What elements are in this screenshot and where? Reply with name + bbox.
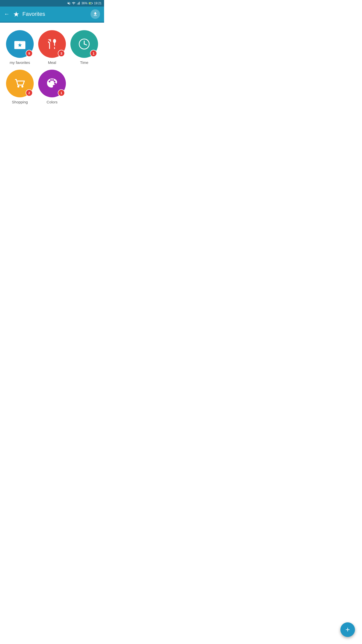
mute-icon — [67, 2, 71, 5]
svg-rect-6 — [89, 3, 91, 4]
time-display: 19:21 — [94, 2, 102, 5]
shopping-label: Shopping — [12, 100, 28, 104]
app-bar-left: ← ★ Favorites — [4, 10, 45, 18]
svg-point-25 — [52, 79, 54, 81]
grid-item-meal[interactable]: 3 Meal — [38, 30, 66, 65]
grid-item-shopping[interactable]: 2 Shopping — [6, 70, 34, 104]
circle-wrapper-shopping: 2 — [6, 70, 34, 97]
svg-rect-0 — [77, 4, 77, 5]
main-content: 9 my favorites — [0, 23, 104, 186]
svg-rect-3 — [79, 2, 80, 5]
folder-star-icon — [13, 37, 26, 51]
circle-wrapper-meal: 3 — [38, 30, 66, 58]
svg-point-22 — [21, 86, 23, 88]
cart-icon — [13, 77, 26, 90]
grid-item-colors[interactable]: 1 Colors — [38, 70, 66, 104]
clock-icon — [78, 37, 91, 51]
meal-badge: 3 — [58, 50, 65, 57]
svg-rect-1 — [78, 3, 78, 5]
svg-point-14 — [53, 39, 56, 43]
signal-icon — [77, 2, 80, 5]
app-bar: ← ★ Favorites — [0, 7, 104, 22]
svg-point-27 — [54, 83, 56, 85]
shopping-badge: 2 — [26, 89, 33, 96]
svg-point-23 — [49, 81, 51, 83]
battery-icon — [89, 2, 93, 5]
status-icons: 36% 19:21 — [67, 2, 102, 5]
page-title: Favorites — [22, 11, 45, 17]
favorites-label: my favorites — [10, 60, 30, 65]
colors-label: Colors — [47, 100, 57, 104]
status-bar: 36% 19:21 — [0, 0, 104, 7]
grid-item-time[interactable]: 1 Time — [70, 30, 98, 65]
svg-rect-5 — [92, 3, 93, 4]
wifi-icon — [72, 2, 75, 5]
palette-icon — [46, 77, 59, 90]
time-badge: 1 — [90, 50, 97, 57]
colors-badge: 1 — [58, 89, 65, 96]
battery-percent: 36% — [81, 2, 87, 5]
app-bar-title-section: ★ Favorites — [13, 10, 45, 18]
fork-spoon-icon — [46, 37, 59, 51]
svg-rect-2 — [78, 3, 79, 5]
svg-point-21 — [17, 86, 19, 88]
favorites-star-icon: ★ — [13, 10, 19, 18]
svg-point-20 — [84, 44, 85, 45]
circle-wrapper-favorites: 9 — [6, 30, 34, 58]
download-button[interactable] — [90, 9, 100, 19]
back-button[interactable]: ← — [4, 11, 10, 17]
svg-point-24 — [50, 79, 52, 81]
download-icon — [93, 12, 98, 17]
circle-wrapper-colors: 1 — [38, 70, 66, 97]
favorites-grid: 9 my favorites — [5, 30, 99, 104]
favorites-badge: 9 — [26, 50, 33, 57]
circle-wrapper-time: 1 — [70, 30, 98, 58]
svg-point-26 — [54, 81, 56, 83]
time-label: Time — [80, 60, 88, 65]
meal-label: Meal — [48, 60, 56, 65]
grid-item-my-favorites[interactable]: 9 my favorites — [6, 30, 34, 65]
